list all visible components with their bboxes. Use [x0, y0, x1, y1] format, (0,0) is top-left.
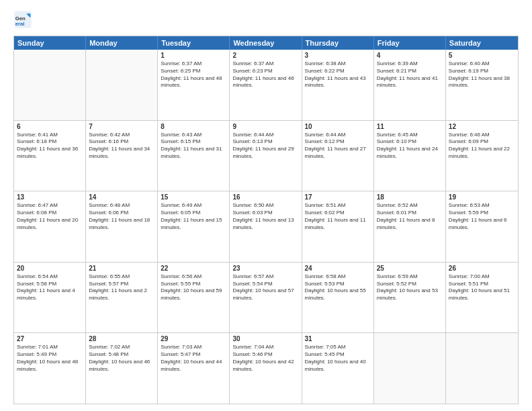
day-info: Sunrise: 6:52 AM Sunset: 6:01 PM Dayligh… — [377, 202, 443, 231]
day-info: Sunrise: 7:02 AM Sunset: 5:48 PM Dayligh… — [89, 344, 154, 373]
weekday-header-friday: Friday — [374, 36, 446, 50]
day-number: 25 — [377, 265, 443, 272]
day-cell-14: 14Sunrise: 6:48 AM Sunset: 6:06 PM Dayli… — [86, 191, 158, 262]
day-number: 21 — [89, 265, 154, 272]
day-info: Sunrise: 7:04 AM Sunset: 5:46 PM Dayligh… — [232, 344, 298, 373]
day-number: 28 — [89, 335, 154, 342]
day-info: Sunrise: 7:00 AM Sunset: 5:51 PM Dayligh… — [449, 273, 515, 302]
day-number: 19 — [449, 193, 515, 201]
day-cell-6: 6Sunrise: 6:41 AM Sunset: 6:18 PM Daylig… — [14, 121, 86, 191]
day-cell-27: 27Sunrise: 7:01 AM Sunset: 5:49 PM Dayli… — [14, 333, 86, 404]
day-cell-13: 13Sunrise: 6:47 AM Sunset: 6:08 PM Dayli… — [14, 191, 86, 262]
day-info: Sunrise: 6:45 AM Sunset: 6:10 PM Dayligh… — [377, 132, 443, 161]
day-number: 3 — [305, 52, 371, 59]
day-info: Sunrise: 6:51 AM Sunset: 6:02 PM Dayligh… — [305, 202, 371, 231]
day-info: Sunrise: 6:44 AM Sunset: 6:12 PM Dayligh… — [305, 132, 371, 161]
day-number: 5 — [449, 52, 515, 59]
day-cell-9: 9Sunrise: 6:44 AM Sunset: 6:13 PM Daylig… — [230, 121, 302, 191]
day-info: Sunrise: 6:42 AM Sunset: 6:16 PM Dayligh… — [89, 132, 154, 161]
day-cell-7: 7Sunrise: 6:42 AM Sunset: 6:16 PM Daylig… — [86, 121, 158, 191]
day-info: Sunrise: 6:59 AM Sunset: 5:52 PM Dayligh… — [377, 273, 443, 302]
week-row-4: 20Sunrise: 6:54 AM Sunset: 5:58 PM Dayli… — [14, 263, 518, 334]
logo: Gen eral — [13, 10, 34, 29]
day-cell-10: 10Sunrise: 6:44 AM Sunset: 6:12 PM Dayli… — [302, 121, 374, 191]
empty-cell — [86, 50, 158, 120]
day-info: Sunrise: 6:37 AM Sunset: 6:25 PM Dayligh… — [161, 60, 226, 89]
day-cell-12: 12Sunrise: 6:46 AM Sunset: 6:09 PM Dayli… — [446, 121, 518, 191]
week-row-5: 27Sunrise: 7:01 AM Sunset: 5:49 PM Dayli… — [14, 333, 518, 404]
day-info: Sunrise: 7:05 AM Sunset: 5:45 PM Dayligh… — [305, 344, 371, 373]
empty-cell — [374, 333, 446, 404]
weekday-header-monday: Monday — [86, 36, 158, 50]
day-cell-4: 4Sunrise: 6:39 AM Sunset: 6:21 PM Daylig… — [374, 50, 446, 120]
day-cell-16: 16Sunrise: 6:50 AM Sunset: 6:03 PM Dayli… — [230, 191, 302, 262]
day-cell-25: 25Sunrise: 6:59 AM Sunset: 5:52 PM Dayli… — [374, 263, 446, 333]
day-number: 23 — [232, 265, 298, 272]
day-info: Sunrise: 6:44 AM Sunset: 6:13 PM Dayligh… — [232, 132, 298, 161]
day-info: Sunrise: 6:38 AM Sunset: 6:22 PM Dayligh… — [305, 60, 371, 89]
empty-cell — [14, 50, 86, 120]
svg-text:eral: eral — [15, 21, 25, 27]
day-number: 4 — [377, 52, 443, 59]
day-info: Sunrise: 6:57 AM Sunset: 5:54 PM Dayligh… — [232, 273, 298, 302]
weekday-header-sunday: Sunday — [14, 36, 86, 50]
day-cell-3: 3Sunrise: 6:38 AM Sunset: 6:22 PM Daylig… — [302, 50, 374, 120]
day-cell-11: 11Sunrise: 6:45 AM Sunset: 6:10 PM Dayli… — [374, 121, 446, 191]
day-number: 24 — [305, 265, 371, 272]
day-cell-19: 19Sunrise: 6:53 AM Sunset: 5:59 PM Dayli… — [446, 191, 518, 262]
day-info: Sunrise: 6:37 AM Sunset: 6:23 PM Dayligh… — [232, 60, 298, 89]
day-cell-29: 29Sunrise: 7:03 AM Sunset: 5:47 PM Dayli… — [158, 333, 230, 404]
day-info: Sunrise: 6:39 AM Sunset: 6:21 PM Dayligh… — [377, 60, 443, 89]
day-number: 8 — [161, 123, 226, 130]
day-cell-17: 17Sunrise: 6:51 AM Sunset: 6:02 PM Dayli… — [302, 191, 374, 262]
day-info: Sunrise: 6:55 AM Sunset: 5:57 PM Dayligh… — [89, 273, 154, 302]
empty-cell — [446, 333, 518, 404]
day-number: 13 — [17, 193, 83, 201]
day-cell-22: 22Sunrise: 6:56 AM Sunset: 5:55 PM Dayli… — [158, 263, 230, 333]
day-number: 10 — [305, 123, 371, 130]
day-info: Sunrise: 7:03 AM Sunset: 5:47 PM Dayligh… — [161, 344, 226, 373]
day-number: 17 — [305, 193, 371, 201]
day-info: Sunrise: 6:41 AM Sunset: 6:18 PM Dayligh… — [17, 132, 83, 161]
day-number: 29 — [161, 335, 226, 342]
day-number: 12 — [449, 123, 515, 130]
calendar-body: 1Sunrise: 6:37 AM Sunset: 6:25 PM Daylig… — [14, 50, 518, 404]
day-cell-26: 26Sunrise: 7:00 AM Sunset: 5:51 PM Dayli… — [446, 263, 518, 333]
calendar-header: SundayMondayTuesdayWednesdayThursdayFrid… — [14, 36, 518, 50]
header: Gen eral — [13, 10, 519, 29]
day-cell-15: 15Sunrise: 6:49 AM Sunset: 6:05 PM Dayli… — [158, 191, 230, 262]
day-cell-1: 1Sunrise: 6:37 AM Sunset: 6:25 PM Daylig… — [158, 50, 230, 120]
weekday-header-thursday: Thursday — [302, 36, 374, 50]
day-number: 30 — [232, 335, 298, 342]
day-cell-18: 18Sunrise: 6:52 AM Sunset: 6:01 PM Dayli… — [374, 191, 446, 262]
day-number: 22 — [161, 265, 226, 272]
day-info: Sunrise: 6:47 AM Sunset: 6:08 PM Dayligh… — [17, 202, 83, 231]
day-info: Sunrise: 6:54 AM Sunset: 5:58 PM Dayligh… — [17, 273, 83, 302]
day-info: Sunrise: 6:50 AM Sunset: 6:03 PM Dayligh… — [232, 202, 298, 231]
day-info: Sunrise: 6:48 AM Sunset: 6:06 PM Dayligh… — [89, 202, 154, 231]
day-cell-31: 31Sunrise: 7:05 AM Sunset: 5:45 PM Dayli… — [302, 333, 374, 404]
day-number: 6 — [17, 123, 83, 130]
logo-icon: Gen eral — [13, 10, 32, 29]
day-info: Sunrise: 6:46 AM Sunset: 6:09 PM Dayligh… — [449, 132, 515, 161]
day-number: 20 — [17, 265, 83, 272]
week-row-1: 1Sunrise: 6:37 AM Sunset: 6:25 PM Daylig… — [14, 50, 518, 121]
calendar: SundayMondayTuesdayWednesdayThursdayFrid… — [13, 36, 519, 404]
day-number: 26 — [449, 265, 515, 272]
day-number: 18 — [377, 193, 443, 201]
day-info: Sunrise: 6:56 AM Sunset: 5:55 PM Dayligh… — [161, 273, 226, 302]
day-cell-20: 20Sunrise: 6:54 AM Sunset: 5:58 PM Dayli… — [14, 263, 86, 333]
page: Gen eral SundayMondayTuesdayWednesdayThu… — [0, 0, 532, 411]
weekday-header-wednesday: Wednesday — [230, 36, 302, 50]
day-cell-23: 23Sunrise: 6:57 AM Sunset: 5:54 PM Dayli… — [230, 263, 302, 333]
day-info: Sunrise: 6:43 AM Sunset: 6:15 PM Dayligh… — [161, 132, 226, 161]
day-number: 15 — [161, 193, 226, 201]
day-cell-24: 24Sunrise: 6:58 AM Sunset: 5:53 PM Dayli… — [302, 263, 374, 333]
day-number: 1 — [161, 52, 226, 59]
day-number: 14 — [89, 193, 154, 201]
week-row-2: 6Sunrise: 6:41 AM Sunset: 6:18 PM Daylig… — [14, 121, 518, 192]
day-info: Sunrise: 6:53 AM Sunset: 5:59 PM Dayligh… — [449, 202, 515, 231]
day-cell-2: 2Sunrise: 6:37 AM Sunset: 6:23 PM Daylig… — [230, 50, 302, 120]
day-cell-30: 30Sunrise: 7:04 AM Sunset: 5:46 PM Dayli… — [230, 333, 302, 404]
day-info: Sunrise: 7:01 AM Sunset: 5:49 PM Dayligh… — [17, 344, 83, 373]
